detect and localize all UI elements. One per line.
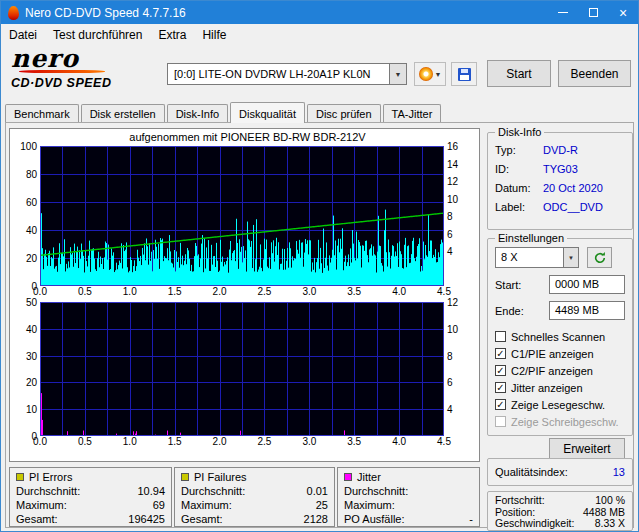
checkbox-box[interactable] (495, 348, 506, 359)
nero-logo: nero CD·DVD SPEED (11, 47, 161, 90)
scan-chart-panel: aufgenommen mit PIONEER BD-RW BDR-212V 1… (9, 128, 480, 462)
start-input[interactable]: 0000 MB (549, 275, 625, 294)
axis-tick-label: 80 (26, 169, 37, 180)
advanced-button[interactable]: Erweitert (549, 438, 625, 459)
axis-tick-label: 4.0 (392, 286, 406, 297)
end-input[interactable]: 4489 MB (549, 301, 625, 320)
burn-disc-icon (419, 67, 433, 81)
pi-errors-x-axis: 0.00.51.01.52.02.53.03.54.04.5 (40, 286, 444, 299)
jitter-stats-panel: Jitter Durchschnitt: Maximum: PO Ausfäll… (337, 467, 480, 527)
minimize-button[interactable] (548, 1, 578, 24)
tab-disc-pruefen[interactable]: Disc prüfen (307, 104, 381, 123)
menu-extra[interactable]: Extra (150, 26, 194, 44)
close-button[interactable]: × (608, 1, 638, 24)
disk-info-title: Disk-Info (495, 126, 544, 138)
stat-row: PO Ausfälle:- (344, 512, 473, 526)
axis-tick-label: 1.0 (123, 436, 137, 447)
end-field-row: Ende: 4489 MB (495, 301, 625, 320)
axis-tick-label: 2.5 (257, 286, 271, 297)
checkbox-box (495, 416, 506, 427)
axis-tick-label: 4 (447, 246, 453, 257)
axis-tick-label: 40 (26, 324, 37, 335)
axis-tick-label: 0.0 (33, 436, 47, 447)
axis-tick-label: 3.5 (347, 436, 361, 447)
stat-row: Maximum:69 (16, 498, 165, 512)
chevron-down-icon: ▼ (435, 71, 442, 78)
start-label: Start: (495, 279, 521, 291)
checkbox-c1-pie-anzeigen[interactable]: C1/PIE anzeigen (495, 345, 625, 362)
checkbox-box[interactable] (495, 382, 506, 393)
pi-errors-left-axis: 100806040200 (16, 146, 40, 286)
axis-tick-label: 3.0 (302, 436, 316, 447)
save-button[interactable] (451, 62, 477, 86)
axis-tick-label: 30 (26, 351, 37, 362)
minimize-icon (558, 12, 568, 13)
checkbox-box[interactable] (495, 331, 506, 342)
speed-select[interactable]: 8 X ▼ (495, 247, 579, 268)
tab-ta-jitter[interactable]: TA-Jitter (383, 104, 442, 123)
axis-tick-label: 2.0 (213, 436, 227, 447)
disk-label-value: ODC__DVD (543, 198, 603, 217)
quit-button[interactable]: Beenden (558, 60, 631, 87)
pi-failures-stats-header: PI Failures (181, 470, 328, 484)
menu-test-durchfuehren[interactable]: Test durchführen (45, 26, 150, 44)
disk-label-row: Label: ODC__DVD (495, 198, 625, 217)
refresh-button[interactable] (587, 247, 612, 268)
quality-index-value: 13 (613, 466, 625, 478)
axis-tick-label: 10 (447, 194, 458, 205)
maximize-button[interactable] (578, 1, 608, 24)
stat-row: Durchschnitt:0.01 (181, 484, 328, 498)
axis-tick-label: 4.5 (437, 436, 451, 447)
pi-errors-chart: 100806040200 16141210864 0.00.51.01.52.0… (16, 146, 479, 299)
disk-date-row: Datum: 20 Oct 2020 (495, 179, 625, 198)
checkbox-schnelles-scannen[interactable]: Schnelles Scannen (495, 328, 625, 345)
drive-selector[interactable]: [0:0] LITE-ON DVDRW LH-20A1P KL0N ▼ (167, 63, 407, 85)
window-controls: × (548, 1, 638, 24)
tab-disk-info[interactable]: Disk-Info (167, 104, 228, 123)
refresh-icon (593, 251, 607, 265)
checkbox-box[interactable] (495, 365, 506, 376)
menu-hilfe[interactable]: Hilfe (194, 26, 234, 44)
close-icon: × (619, 6, 627, 20)
axis-tick-label: 1.5 (168, 286, 182, 297)
speed-select-value: 8 X (496, 248, 563, 267)
settings-checkbox-list: Schnelles Scannen C1/PIE anzeigen C2/PIF… (495, 328, 625, 430)
pi-failures-x-axis: 0.00.51.01.52.02.53.03.54.04.5 (40, 436, 444, 449)
start-button[interactable]: Start (487, 60, 551, 87)
menu-datei[interactable]: Datei (1, 26, 45, 44)
chevron-down-icon[interactable]: ▼ (563, 248, 578, 267)
tab-disk-erstellen[interactable]: Disk erstellen (81, 104, 165, 123)
axis-tick-label: 20 (26, 253, 37, 264)
axis-tick-label: 50 (26, 297, 37, 308)
checkbox-box[interactable] (495, 399, 506, 410)
speed-row: 8 X ▼ (495, 247, 625, 268)
pi-failures-chart: 50403020100 1210864 0.00.51.01.52.02.53.… (16, 302, 479, 449)
checkbox-zeige-lesegeschw[interactable]: Zeige Lesegeschw. (495, 396, 625, 413)
checkbox-jitter-anzeigen[interactable]: Jitter anzeigen (495, 379, 625, 396)
title-bar: Nero CD-DVD Speed 4.7.7.16 × (1, 1, 638, 24)
disk-id-value: TYG03 (543, 160, 578, 179)
axis-tick-label: 14 (447, 159, 458, 170)
axis-tick-label: 12 (447, 297, 458, 308)
axis-tick-label: 8 (447, 351, 453, 362)
axis-tick-label: 3.5 (347, 286, 361, 297)
pi-failures-plot (40, 302, 444, 436)
axis-tick-label: 12 (447, 176, 458, 187)
checkbox-c2-pif-anzeigen[interactable]: C2/PIF anzeigen (495, 362, 625, 379)
tab-diskqualitaet[interactable]: Diskqualität (230, 102, 305, 123)
axis-tick-label: 4.0 (392, 436, 406, 447)
axis-tick-label: 60 (26, 197, 37, 208)
disk-date-value: 20 Oct 2020 (543, 179, 603, 198)
recorded-with-label: aufgenommen mit PIONEER BD-RW BDR-212V (16, 131, 479, 146)
window-title: Nero CD-DVD Speed 4.7.7.16 (25, 6, 548, 20)
chevron-down-icon[interactable]: ▼ (389, 64, 406, 84)
axis-tick-label: 6 (447, 377, 453, 388)
burn-disc-button[interactable]: ▼ (414, 62, 446, 86)
pi-failures-left-axis: 50403020100 (16, 302, 40, 436)
jitter-stats-header: Jitter (344, 470, 473, 484)
tab-benchmark[interactable]: Benchmark (5, 104, 79, 123)
pi-failures-legend-swatch (181, 473, 189, 481)
axis-tick-label: 8 (447, 211, 453, 222)
axis-tick-label: 0.5 (78, 286, 92, 297)
axis-tick-label: 1.0 (123, 286, 137, 297)
